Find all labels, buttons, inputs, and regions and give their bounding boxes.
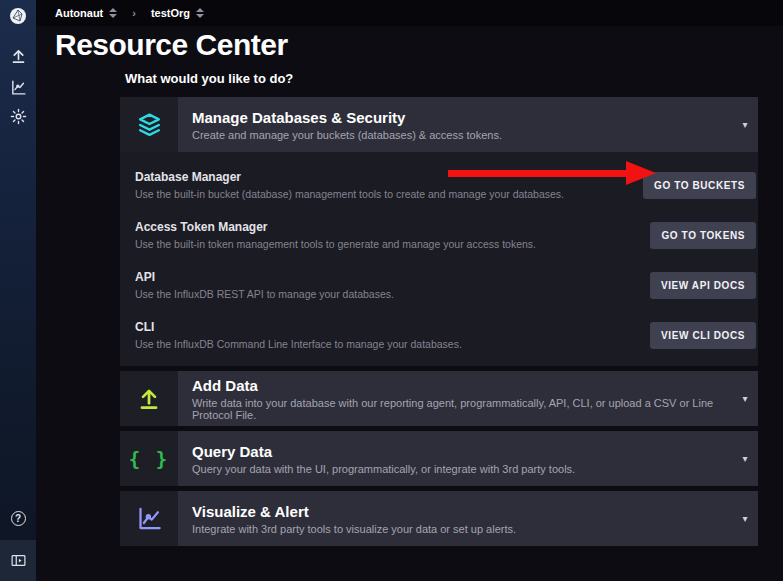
help-icon[interactable]: ?	[0, 506, 36, 530]
app-window: ? Autonaut › testOrg Resource Center Wha…	[0, 0, 783, 581]
panel-visualize-alert: Visualize & Alert Integrate with 3rd par…	[120, 491, 758, 546]
panel-title: Visualize & Alert	[192, 503, 732, 520]
expand-caret-icon: ▾	[732, 371, 758, 426]
panel-description: Query your data with the UI, programmati…	[192, 463, 732, 475]
breadcrumb-separator: ›	[126, 7, 142, 19]
row-api: API Use the InfluxDB REST API to manage …	[135, 260, 756, 310]
row-description: Use the built-in bucket (database) manag…	[135, 188, 564, 200]
panel-add-data-header[interactable]: Add Data Write data into your database w…	[120, 371, 758, 426]
upload-nav-icon[interactable]	[0, 44, 36, 68]
panel-title: Add Data	[192, 377, 732, 394]
braces-icon: { }	[120, 431, 178, 486]
row-title: Access Token Manager	[135, 220, 536, 234]
graph-nav-icon[interactable]	[0, 75, 36, 99]
go-to-buckets-button[interactable]: GO TO BUCKETS	[643, 172, 756, 199]
row-database-manager: Database Manager Use the built-in bucket…	[135, 160, 756, 210]
expand-panel-icon[interactable]	[0, 540, 36, 581]
sidebar: ?	[0, 0, 36, 581]
layers-icon	[120, 97, 178, 152]
chevron-updown-icon	[109, 8, 117, 18]
breadcrumb-org-selector[interactable]: Autonaut	[55, 7, 117, 19]
gear-nav-icon[interactable]	[0, 104, 36, 128]
panel-visualize-alert-header[interactable]: Visualize & Alert Integrate with 3rd par…	[120, 491, 758, 546]
panel-description: Write data into your database with our r…	[192, 397, 732, 421]
panel-title: Query Data	[192, 443, 732, 460]
page-prompt: What would you like to do?	[125, 71, 293, 86]
breadcrumb-org-label: Autonaut	[55, 7, 103, 19]
line-chart-icon	[120, 491, 178, 546]
row-description: Use the InfluxDB Command Line Interface …	[135, 338, 462, 350]
panel-title: Manage Databases & Security	[192, 109, 732, 126]
topbar: Autonaut › testOrg	[36, 0, 783, 26]
panel-manage-databases-body: Database Manager Use the built-in bucket…	[120, 152, 758, 366]
panel-query-data-header[interactable]: { } Query Data Query your data with the …	[120, 431, 758, 486]
row-description: Use the InfluxDB REST API to manage your…	[135, 288, 394, 300]
collapse-caret-icon: ▾	[732, 97, 758, 152]
page-title: Resource Center	[55, 28, 288, 62]
row-title: API	[135, 270, 394, 284]
panel-manage-databases: Manage Databases & Security Create and m…	[120, 97, 758, 366]
breadcrumb-bucket-label: testOrg	[151, 7, 190, 19]
influxdb-logo[interactable]	[0, 3, 36, 29]
row-cli: CLI Use the InfluxDB Command Line Interf…	[135, 310, 756, 360]
panel-manage-databases-header[interactable]: Manage Databases & Security Create and m…	[120, 97, 758, 152]
row-access-token-manager: Access Token Manager Use the built-in to…	[135, 210, 756, 260]
expand-caret-icon: ▾	[732, 431, 758, 486]
row-title: Database Manager	[135, 170, 564, 184]
row-description: Use the built-in token management tools …	[135, 238, 536, 250]
view-api-docs-button[interactable]: VIEW API DOCS	[650, 272, 756, 299]
upload-icon	[120, 371, 178, 426]
row-title: CLI	[135, 320, 462, 334]
panel-add-data: Add Data Write data into your database w…	[120, 371, 758, 426]
breadcrumb-bucket-selector[interactable]: testOrg	[151, 7, 204, 19]
expand-caret-icon: ▾	[732, 491, 758, 546]
panel-query-data: { } Query Data Query your data with the …	[120, 431, 758, 486]
panel-description: Create and manage your buckets (database…	[192, 129, 732, 141]
go-to-tokens-button[interactable]: GO TO TOKENS	[650, 222, 756, 249]
panel-description: Integrate with 3rd party tools to visual…	[192, 523, 732, 535]
chevron-updown-icon	[196, 8, 204, 18]
view-cli-docs-button[interactable]: VIEW CLI DOCS	[650, 322, 756, 349]
resource-panels: Manage Databases & Security Create and m…	[120, 97, 758, 546]
